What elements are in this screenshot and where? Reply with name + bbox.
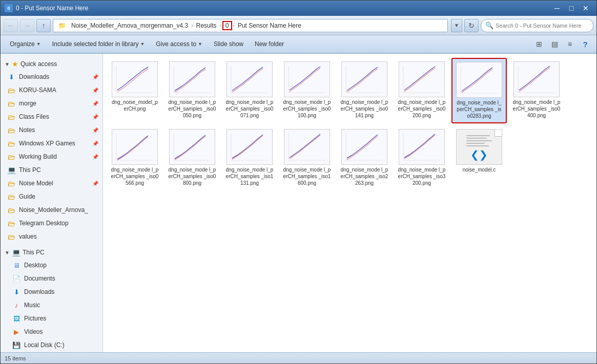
sidebar-header-this-pc[interactable]: ▼ 💻 This PC xyxy=(1,246,102,259)
documents-icon: 📄 xyxy=(12,274,21,283)
this-pc-chevron-icon: ▼ xyxy=(5,250,10,255)
include-folder-label: Include selected folder in library xyxy=(52,40,139,48)
maximize-button[interactable]: □ xyxy=(565,3,578,13)
downloads-quick-pin-icon: 📌 xyxy=(92,74,98,80)
file-item-9[interactable]: dng_noise_mode l_perCH_samples _iso0566.… xyxy=(107,125,162,190)
file-thumb-3 xyxy=(227,61,273,97)
chart-svg-8 xyxy=(514,62,559,97)
file-name-6: dng_noise_mode l_perCH_samples _iso0200.… xyxy=(398,99,446,119)
file-grid: dng_noise_model_perCH.png dng_noise_mode… xyxy=(107,58,592,190)
sidebar-item-downloads-pc[interactable]: ⬇ Downloads xyxy=(1,285,102,298)
address-dropdown-button[interactable]: ▼ xyxy=(451,19,462,32)
sidebar-this-pc-label: This PC xyxy=(23,249,45,256)
doc-corner xyxy=(495,130,502,137)
refresh-button[interactable]: ↻ xyxy=(464,19,479,32)
sidebar-item-videos[interactable]: ▶ Videos xyxy=(1,325,102,338)
new-folder-label: New folder xyxy=(255,40,284,48)
file-item-12[interactable]: dng_noise_mode l_perCH_samples _iso1600.… xyxy=(279,125,335,190)
file-name-12: dng_noise_mode l_perCH_samples _iso1600.… xyxy=(283,166,331,186)
koru-sama-pin-icon: 📌 xyxy=(92,88,98,93)
sidebar-item-downloads-quick[interactable]: ⬇ Downloads 📌 xyxy=(1,70,102,83)
search-box[interactable]: 🔍 xyxy=(481,19,593,32)
file-item-4[interactable]: dng_noise_mode l_perCH_samples _iso0100.… xyxy=(279,58,335,123)
file-item-1[interactable]: dng_noise_model_perCH.png xyxy=(107,58,162,123)
slide-show-button[interactable]: Slide show xyxy=(209,37,249,51)
organize-label: Organize xyxy=(10,40,35,48)
details-pane-button[interactable]: ≡ xyxy=(563,37,577,51)
sidebar-item-noise-model[interactable]: 🗁 Noise Model 📌 xyxy=(1,177,102,190)
file-item-noise-model-c[interactable]: ❮❯ noise_model.c xyxy=(451,125,507,190)
guide-icon: 🗁 xyxy=(7,192,16,201)
sidebar-item-noise-modeller-arnova[interactable]: 🗁 Noise_Modeller_Arnova_ xyxy=(1,203,102,217)
path-current-highlight[interactable]: 0 xyxy=(222,21,232,30)
sidebar-item-windows-xp-games-label: Windows XP Games xyxy=(19,140,89,147)
sidebar-item-telegram-label: Telegram Desktop xyxy=(19,220,98,227)
downloads-quick-icon: ⬇ xyxy=(7,72,16,81)
organize-button[interactable]: Organize ▼ xyxy=(5,37,46,51)
file-item-6[interactable]: dng_noise_mode l_perCH_samples _iso0200.… xyxy=(394,58,449,123)
sidebar-item-guide[interactable]: 🗁 Guide xyxy=(1,190,102,203)
sidebar-item-notes[interactable]: 🗁 Notes 📌 xyxy=(1,123,102,137)
sidebar-item-documents[interactable]: 📄 Documents xyxy=(1,272,102,285)
file-item-11[interactable]: dng_noise_mode l_perCH_samples _iso1131.… xyxy=(222,125,277,190)
chart-svg-5 xyxy=(342,62,387,97)
sidebar-item-morge[interactable]: 🗁 morge 📌 xyxy=(1,97,102,110)
downloads-pc-icon: ⬇ xyxy=(12,287,21,296)
file-item-8[interactable]: dng_noise_mode l_perCH_samples _iso0400.… xyxy=(509,58,564,123)
notes-pin-icon: 📌 xyxy=(92,127,98,133)
sidebar-item-koru-sama[interactable]: 🗁 KORU-SAMA 📌 xyxy=(1,83,102,97)
toolbar: Organize ▼ Include selected folder in li… xyxy=(1,35,596,54)
path-arrow-icon: › xyxy=(233,23,235,28)
address-path[interactable]: 📁 Noise_Modeller_Arnova_morgenman_v4.3 ›… xyxy=(53,19,448,32)
sidebar-item-music[interactable]: ♪ Music xyxy=(1,298,102,312)
sidebar-item-class-files[interactable]: 🗁 Class Files 📌 xyxy=(1,110,102,123)
this-pc-quick-icon: 💻 xyxy=(7,165,16,175)
sidebar-item-values[interactable]: 🗁 values xyxy=(1,230,102,243)
file-grid-scroll[interactable]: dng_noise_model_perCH.png dng_noise_mode… xyxy=(103,54,596,352)
file-thumb-12 xyxy=(284,129,330,165)
chart-svg-12 xyxy=(284,130,330,164)
include-folder-button[interactable]: Include selected folder in library ▼ xyxy=(47,37,150,51)
sidebar-item-desktop[interactable]: 🖥 Desktop xyxy=(1,259,102,272)
help-button[interactable]: ? xyxy=(578,37,592,51)
new-folder-button[interactable]: New folder xyxy=(250,37,289,51)
pictures-icon: 🖼 xyxy=(12,314,21,323)
sidebar-item-pictures[interactable]: 🖼 Pictures xyxy=(1,312,102,325)
sidebar-item-morge-label: morge xyxy=(19,100,89,107)
sidebar-item-working-build[interactable]: 🗁 Working Build 📌 xyxy=(1,150,102,163)
svg-rect-21 xyxy=(514,62,559,97)
preview-pane-button[interactable]: ▤ xyxy=(547,37,562,51)
sidebar-item-this-pc-quick-label: This PC xyxy=(19,166,98,174)
file-item-10[interactable]: dng_noise_mode l_perCH_samples _iso0800.… xyxy=(164,125,220,190)
sidebar-header-quick-access[interactable]: ▼ ★ Quick access xyxy=(1,58,102,70)
give-access-button[interactable]: Give access to ▼ xyxy=(151,37,208,51)
search-input[interactable] xyxy=(496,23,589,29)
working-build-icon: 🗁 xyxy=(7,152,16,161)
close-button[interactable]: ✕ xyxy=(579,3,592,13)
window: 0 0 - Put Sensor Name Here ─ □ ✕ ← → ↑ 📁… xyxy=(0,0,597,364)
file-item-14[interactable]: dng_noise_mode l_perCH_samples _iso3200.… xyxy=(394,125,449,190)
back-button[interactable]: ← xyxy=(4,19,18,32)
path-current-name[interactable]: Put Sensor Name Here xyxy=(236,21,303,30)
svg-rect-33 xyxy=(284,130,330,164)
file-item-7[interactable]: dng_noise_mode l_perCH_samples _iso0283.… xyxy=(451,58,507,123)
change-view-button[interactable]: ⊞ xyxy=(532,37,546,51)
titlebar-controls: ─ □ ✕ xyxy=(550,3,592,13)
up-button[interactable]: ↑ xyxy=(36,19,51,32)
sidebar-item-this-pc-quick[interactable]: 💻 This PC xyxy=(1,163,102,177)
sidebar-item-telegram[interactable]: 🗁 Telegram Desktop xyxy=(1,217,102,230)
file-item-3[interactable]: dng_noise_mode l_perCH_samples _iso0071.… xyxy=(222,58,277,123)
sidebar-item-windows-xp-games[interactable]: 🗁 Windows XP Games 📌 xyxy=(1,137,102,150)
file-item-13[interactable]: dng_noise_mode l_perCH_samples _iso2263.… xyxy=(337,125,392,190)
file-name-7: dng_noise_mode l_perCH_samples _iso0283.… xyxy=(456,99,503,119)
sidebar-item-local-disk[interactable]: 💾 Local Disk (C:) xyxy=(1,338,102,352)
file-item-5[interactable]: dng_noise_mode l_perCH_samples _iso0141.… xyxy=(337,58,392,123)
sidebar-item-documents-label: Documents xyxy=(24,275,98,282)
path-segment-root[interactable]: Noise_Modeller_Arnova_morgenman_v4.3 xyxy=(69,21,190,30)
path-segment-results[interactable]: Results xyxy=(194,21,218,30)
content-area: ▼ ★ Quick access ⬇ Downloads 📌 🗁 KORU-SA… xyxy=(1,54,596,352)
file-item-2[interactable]: dng_noise_mode l_perCH_samples _iso0050.… xyxy=(164,58,220,123)
minimize-button[interactable]: ─ xyxy=(550,3,564,13)
chart-svg-7 xyxy=(457,62,502,97)
forward-button[interactable]: → xyxy=(20,19,34,32)
